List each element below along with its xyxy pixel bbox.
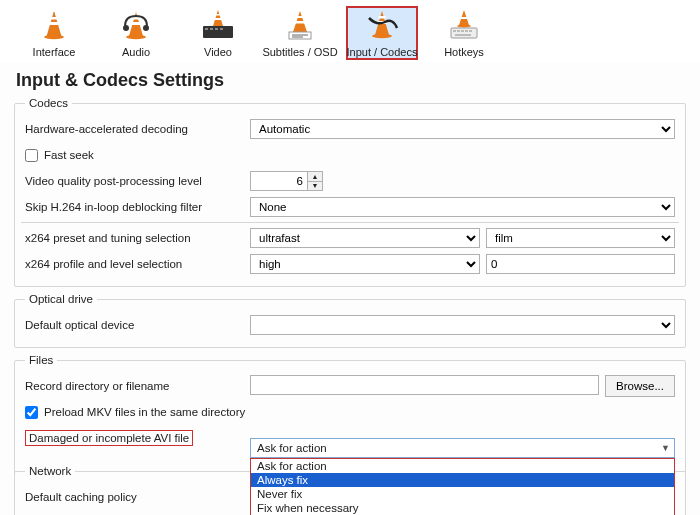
tab-label: Audio (122, 46, 150, 58)
fast-seek-checkbox[interactable]: Fast seek (25, 149, 94, 162)
svg-rect-35 (461, 30, 464, 32)
dd-option-ask[interactable]: Ask for action (251, 459, 674, 473)
x264-tuning-select[interactable]: film (486, 228, 675, 248)
dd-option-never-fix[interactable]: Never fix (251, 487, 674, 501)
damaged-avi-label-wrap: Damaged or incomplete AVI file (25, 430, 250, 446)
svg-rect-13 (215, 28, 218, 30)
toolbar: Interface Audio Video Subtitles / OSD In… (0, 0, 700, 62)
optical-device-select[interactable] (250, 315, 675, 335)
svg-rect-5 (131, 22, 141, 25)
tab-audio[interactable]: Audio (100, 6, 172, 60)
x264-level-input[interactable] (486, 254, 675, 274)
svg-rect-11 (205, 28, 208, 30)
tab-label: Subtitles / OSD (262, 46, 337, 58)
svg-rect-14 (220, 28, 223, 30)
files-group: Files Record directory or filename Brows… (14, 354, 686, 515)
optical-group: Optical drive Default optical device (14, 293, 686, 348)
damaged-avi-dropdown[interactable]: Ask for action ▼ Ask for action Always f… (250, 438, 675, 515)
damaged-avi-selected[interactable]: Ask for action ▼ (250, 438, 675, 458)
cone-headphones-icon (119, 8, 153, 42)
x264-preset-select[interactable]: ultrafast (250, 228, 480, 248)
svg-point-28 (372, 34, 392, 38)
cone-film-icon (201, 8, 235, 42)
hw-decoding-select[interactable]: Automatic (250, 119, 675, 139)
tab-interface[interactable]: Interface (18, 6, 90, 60)
svg-point-3 (44, 35, 64, 39)
page-title: Input & Codecs Settings (0, 62, 700, 97)
video-quality-input[interactable] (250, 171, 308, 191)
cone-subtitle-icon (283, 8, 317, 42)
x264-profile-label: x264 profile and level selection (25, 258, 250, 270)
skip-filter-label: Skip H.264 in-loop deblocking filter (25, 201, 250, 213)
preload-mkv-checkbox[interactable]: Preload MKV files in the same directory (25, 406, 245, 419)
tab-video[interactable]: Video (182, 6, 254, 60)
record-dir-label: Record directory or filename (25, 380, 250, 392)
tab-label: Hotkeys (444, 46, 484, 58)
preload-mkv-label: Preload MKV files in the same directory (44, 406, 245, 418)
video-quality-label: Video quality post-processing level (25, 175, 250, 187)
svg-rect-32 (451, 28, 477, 38)
svg-rect-36 (465, 30, 468, 32)
damaged-avi-selected-text: Ask for action (257, 442, 327, 454)
svg-point-7 (126, 35, 146, 39)
files-legend: Files (25, 354, 57, 366)
fast-seek-label: Fast seek (44, 149, 94, 161)
svg-rect-37 (469, 30, 472, 32)
svg-rect-10 (203, 26, 233, 38)
svg-rect-2 (51, 17, 58, 20)
separator (21, 222, 679, 223)
cone-icon (37, 8, 71, 42)
svg-rect-34 (457, 30, 460, 32)
svg-rect-17 (216, 14, 220, 16)
damaged-avi-label: Damaged or incomplete AVI file (25, 430, 193, 446)
svg-point-31 (457, 25, 471, 28)
svg-rect-27 (379, 16, 386, 19)
cone-cable-icon (365, 8, 399, 42)
damaged-avi-options-list: Ask for action Always fix Never fix Fix … (250, 458, 675, 515)
spinner-buttons[interactable]: ▲▼ (308, 171, 323, 191)
browse-button[interactable]: Browse... (605, 375, 675, 397)
svg-rect-1 (49, 22, 59, 25)
fast-seek-input[interactable] (25, 149, 38, 162)
tab-label: Video (204, 46, 232, 58)
tab-label: Interface (33, 46, 76, 58)
svg-rect-33 (453, 30, 456, 32)
record-dir-input[interactable] (250, 375, 599, 395)
optical-device-label: Default optical device (25, 319, 250, 331)
optical-legend: Optical drive (25, 293, 97, 305)
x264-preset-label: x264 preset and tuning selection (25, 232, 250, 244)
svg-rect-12 (210, 28, 213, 30)
svg-rect-19 (295, 21, 305, 24)
codecs-group: Codecs Hardware-accelerated decoding Aut… (14, 97, 686, 287)
preload-mkv-input[interactable] (25, 406, 38, 419)
hw-decoding-label: Hardware-accelerated decoding (25, 123, 250, 135)
dd-option-always-fix[interactable]: Always fix (251, 473, 674, 487)
tab-input-codecs[interactable]: Input / Codecs (346, 6, 418, 60)
codecs-legend: Codecs (25, 97, 72, 109)
spin-down-icon[interactable]: ▼ (308, 182, 322, 191)
tab-hotkeys[interactable]: Hotkeys (428, 6, 500, 60)
skip-filter-select[interactable]: None (250, 197, 675, 217)
svg-point-8 (123, 25, 129, 31)
chevron-down-icon: ▼ (661, 443, 670, 453)
tab-label: Input / Codecs (347, 46, 418, 58)
dd-option-fix-when-necessary[interactable]: Fix when necessary (251, 501, 674, 515)
tab-subtitles[interactable]: Subtitles / OSD (264, 6, 336, 60)
svg-rect-38 (455, 34, 471, 36)
svg-point-9 (143, 25, 149, 31)
spin-up-icon[interactable]: ▲ (308, 172, 322, 182)
video-quality-spinner[interactable]: ▲▼ (250, 171, 323, 191)
cone-keyboard-icon (447, 8, 481, 42)
svg-rect-16 (215, 18, 221, 20)
svg-rect-30 (461, 17, 467, 19)
x264-profile-select[interactable]: high (250, 254, 480, 274)
svg-rect-20 (297, 16, 304, 18)
svg-rect-6 (133, 17, 140, 20)
